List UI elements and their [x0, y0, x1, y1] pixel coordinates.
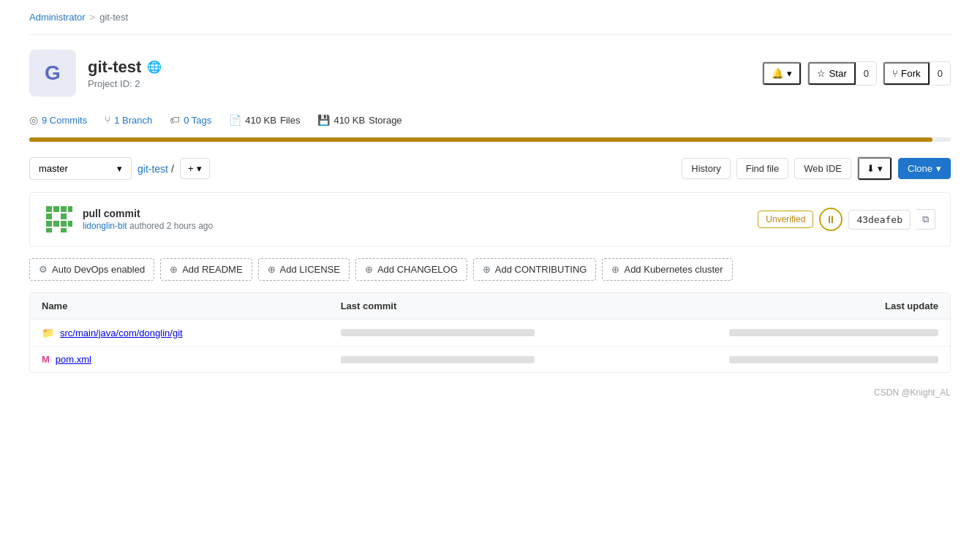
notification-button[interactable]: 🔔 ▾	[763, 62, 801, 85]
commit-left: pull commit lidonglin-bit authored 2 hou…	[45, 205, 213, 234]
storage-size: 410 KB	[333, 115, 365, 126]
chevron-down-icon: ▾	[787, 68, 792, 79]
project-name-text: git-test	[88, 58, 141, 77]
star-label: Star	[829, 68, 846, 79]
commit-right: Unverified ⏸ 43deafeb ⧉	[758, 208, 935, 231]
pause-icon: ⏸	[826, 213, 836, 225]
commit-time: 2 hours ago	[167, 221, 213, 231]
path-repo-link[interactable]: git-test	[137, 163, 168, 175]
notification-button-group: 🔔 ▾	[762, 61, 802, 86]
header-actions: 🔔 ▾ ☆ Star 0 ⑂ Fork 0	[762, 61, 951, 86]
storage-icon: 💾	[317, 114, 330, 126]
files-label: Files	[280, 115, 300, 126]
add-readme-label: Add README	[182, 264, 242, 275]
chevron-down-icon: ▾	[117, 163, 122, 174]
add-license-button[interactable]: ⊕ Add LICENSE	[258, 258, 350, 281]
date-placeholder	[729, 329, 938, 336]
project-header: G git-test 🌐 Project ID: 2 🔔 ▾ ☆ Star	[29, 50, 951, 97]
branch-selector[interactable]: master ▾	[29, 157, 132, 180]
folder-icon: 📁	[42, 327, 54, 338]
branch-name: master	[39, 163, 68, 174]
svg-rect-7	[46, 221, 52, 227]
svg-rect-3	[61, 206, 67, 212]
tags-stat: 🏷 0 Tags	[170, 114, 211, 126]
add-license-label: Add LICENSE	[280, 264, 340, 275]
gear-icon: ⚙	[39, 264, 48, 275]
add-contributing-label: Add CONTRIBUTING	[495, 264, 587, 275]
plus-icon: +	[188, 163, 194, 174]
chevron-down-icon: ▾	[878, 163, 883, 174]
date-placeholder	[729, 356, 938, 363]
action-buttons: ⚙ Auto DevOps enabled ⊕ Add README ⊕ Add…	[29, 258, 951, 281]
chevron-down-icon: ▾	[936, 163, 941, 174]
fork-button-group: ⑂ Fork 0	[883, 61, 951, 86]
add-changelog-label: Add CHANGELOG	[377, 264, 458, 275]
fork-button[interactable]: ⑂ Fork	[883, 62, 930, 85]
commit-details: pull commit lidonglin-bit authored 2 hou…	[83, 208, 213, 231]
commits-link[interactable]: 9 Commits	[42, 115, 87, 126]
commit-meta: lidonglin-bit authored 2 hours ago	[83, 221, 213, 231]
plus-circle-icon: ⊕	[170, 264, 178, 275]
avatar: G	[29, 50, 76, 97]
star-button[interactable]: ☆ Star	[808, 62, 855, 85]
add-contributing-button[interactable]: ⊕ Add CONTRIBUTING	[473, 258, 597, 281]
star-icon: ☆	[817, 68, 826, 79]
commit-author-link[interactable]: lidonglin-bit	[83, 221, 127, 231]
download-button[interactable]: ⬇ ▾	[858, 157, 892, 180]
auto-devops-label: Auto DevOps enabled	[52, 264, 145, 275]
clone-label: Clone	[908, 163, 932, 174]
commits-icon: ◎	[29, 114, 38, 126]
file-last-update	[639, 356, 938, 363]
project-info: G git-test 🌐 Project ID: 2	[29, 50, 162, 97]
svg-rect-10	[68, 221, 72, 227]
commit-action: authored	[129, 221, 167, 231]
plus-circle-icon: ⊕	[611, 264, 619, 275]
add-changelog-button[interactable]: ⊕ Add CHANGELOG	[355, 258, 467, 281]
tag-icon: 🏷	[170, 114, 180, 126]
fork-count: 0	[930, 64, 950, 83]
project-name-block: git-test 🌐 Project ID: 2	[88, 58, 162, 89]
files-icon: 📄	[229, 114, 241, 126]
breadcrumb-parent[interactable]: Administrator	[29, 12, 86, 23]
branches-stat: ⑂ 1 Branch	[105, 114, 152, 126]
commit-pipeline-button[interactable]: ⏸	[819, 208, 843, 231]
commits-count: 9	[42, 115, 47, 126]
add-kubernetes-button[interactable]: ⊕ Add Kubernetes cluster	[602, 258, 732, 281]
auto-devops-button[interactable]: ⚙ Auto DevOps enabled	[29, 258, 154, 281]
unverified-badge: Unverified	[758, 211, 813, 228]
web-ide-button[interactable]: Web IDE	[794, 158, 851, 179]
commit-hash: 43deafeb	[848, 210, 911, 230]
table-row: M pom.xml	[30, 347, 950, 372]
table-row: 📁 src/main/java/com/donglin/git	[30, 319, 950, 347]
copy-icon: ⧉	[922, 213, 929, 224]
progress-bar-fill	[29, 137, 932, 142]
branches-label: Branch	[122, 115, 152, 126]
svg-rect-12	[61, 228, 67, 232]
clone-button[interactable]: Clone ▾	[898, 158, 951, 179]
copy-hash-button[interactable]: ⧉	[916, 209, 935, 230]
history-button[interactable]: History	[682, 158, 730, 179]
commit-title: pull commit	[83, 208, 213, 219]
file-link[interactable]: pom.xml	[56, 354, 91, 365]
find-file-button[interactable]: Find file	[736, 158, 789, 179]
col-name-header: Name	[42, 300, 341, 311]
svg-rect-11	[46, 228, 52, 232]
tags-count: 0	[184, 115, 189, 126]
branches-link[interactable]: 1 Branch	[114, 115, 152, 126]
commits-stat: ◎ 9 Commits	[29, 114, 87, 126]
chevron-down-icon: ▾	[197, 163, 202, 174]
file-link[interactable]: src/main/java/com/donglin/git	[60, 328, 183, 338]
footer-credit: CSDN @Knight_AL	[874, 387, 951, 398]
star-button-group: ☆ Star 0	[807, 61, 877, 86]
plus-circle-icon: ⊕	[268, 264, 276, 275]
add-readme-button[interactable]: ⊕ Add README	[160, 258, 252, 281]
svg-rect-1	[46, 206, 52, 212]
file-table-header: Name Last commit Last update	[30, 293, 950, 319]
file-last-update	[639, 329, 938, 336]
files-stat: 📄 410 KB Files	[229, 114, 300, 126]
breadcrumb-separator: >	[90, 12, 96, 23]
file-last-commit	[341, 329, 640, 336]
tags-link[interactable]: 0 Tags	[184, 115, 211, 126]
path-add-button[interactable]: + ▾	[180, 158, 210, 179]
file-xml-icon: M	[42, 354, 50, 365]
